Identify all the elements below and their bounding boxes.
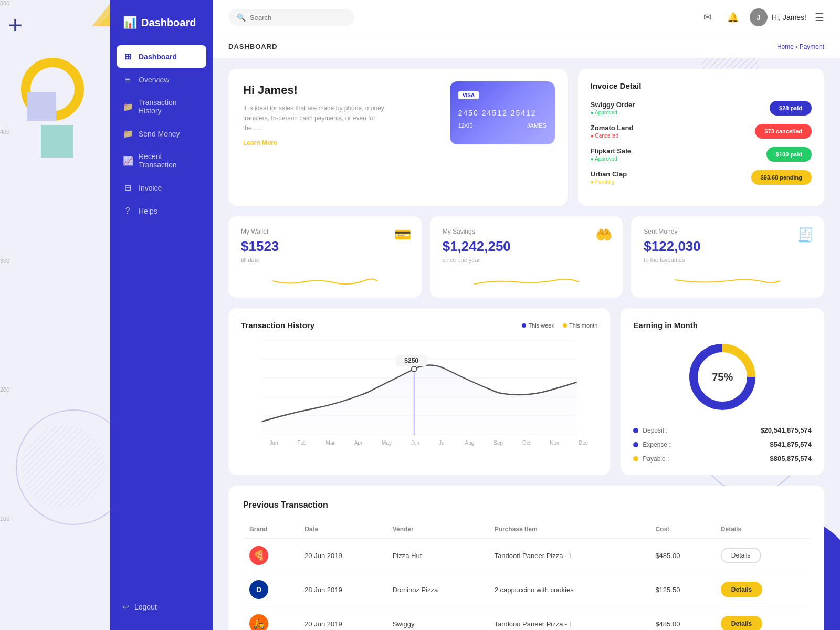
sidebar-item-label: Overview	[139, 76, 169, 84]
donut-wrap: 75%	[686, 340, 759, 414]
hamburger-menu-icon[interactable]: ☰	[815, 11, 824, 24]
main-content: 🔍 ✉ 🔔 J Hi, James! ☰ DASHBOARD Home › Pa…	[213, 0, 840, 630]
earning-card: Earning in Month 75%	[621, 308, 824, 475]
legend-month: This month	[563, 322, 597, 329]
row-cost-2: $485.00	[649, 607, 714, 631]
row-brand-0: 🍕	[243, 539, 298, 573]
invoice-action-btn-3[interactable]: $93.60 pending	[751, 170, 812, 185]
sparkline-wallet	[241, 270, 409, 289]
sidebar-item-overview[interactable]: ≡ Overview	[110, 69, 213, 91]
table-row: 🛵 20 Jun 2019 Swiggy Tandoori Paneer Piz…	[243, 607, 810, 631]
chart-title: Transaction History	[241, 321, 314, 330]
sidebar-item-transaction-history[interactable]: 📁 Transaction History	[110, 92, 213, 121]
chart-wrapper: 500 400 300 200 100 00	[241, 340, 597, 446]
search-bar[interactable]: 🔍	[228, 9, 354, 26]
charts-row: Transaction History This week This month…	[228, 308, 824, 475]
invoice-brand-0: Swiggy Order ● Approved	[591, 101, 635, 116]
invoice-item-2: Flipkart Sale ● Approved $100 paid	[591, 147, 812, 162]
expense-value: $541,875,574	[770, 440, 812, 448]
invoice-action-btn-2[interactable]: $100 paid	[766, 147, 812, 162]
invoice-title: Invoice Detail	[591, 81, 812, 90]
stat-sub-sent: to the favourites	[644, 257, 812, 263]
stat-label-wallet: My Wallet	[241, 228, 409, 235]
send-money-icon: 📁	[123, 129, 132, 139]
sidebar-item-recent-transaction[interactable]: 📈 Recent Transaction	[110, 146, 213, 175]
sidebar-item-send-money[interactable]: 📁 Send Money	[110, 122, 213, 145]
invoice-action-btn-1[interactable]: $73 cancelled	[755, 124, 812, 139]
sidebar-item-helps[interactable]: ? Helps	[110, 200, 213, 222]
logout-icon: ↩	[123, 603, 129, 611]
col-vendor: Vender	[386, 520, 488, 539]
payable-value: $805,875,574	[770, 455, 812, 463]
user-info[interactable]: J Hi, James!	[750, 8, 806, 26]
sent-icon: 🧾	[797, 227, 814, 243]
txn-history-icon: 📁	[123, 102, 132, 112]
top-row: Hi James! It is ideal for sales that are…	[228, 69, 824, 206]
earning-stat-deposit: Deposit : $20,541,875,574	[633, 426, 812, 434]
card-holder: JAMES	[527, 122, 547, 129]
earning-stat-expense: Expense : $541,875,574	[633, 440, 812, 448]
breadcrumb-home: Home	[777, 43, 794, 50]
learn-more-link[interactable]: Learn More	[243, 139, 277, 146]
earning-stats: Deposit : $20,541,875,574 Expense : $541…	[633, 426, 812, 463]
invoice-brand-3: Urban Clap ● Pending	[591, 170, 627, 185]
chart-y-labels: 500 400 300 200 100 00	[0, 0, 16, 630]
table-head: Brand Date Vender Purchase Item Cost Det…	[243, 520, 810, 539]
wallet-icon: 💳	[394, 227, 411, 243]
invoice-status-3: ● Pending	[591, 179, 627, 185]
sidebar-item-dashboard[interactable]: ⊞ Dashboard	[117, 45, 206, 68]
sidebar: 📊 Dashboard ⊞ Dashboard ≡ Overview 📁 Tra…	[110, 0, 213, 630]
table-row: 🍕 20 Jun 2019 Pizza Hut Tandoori Paneer …	[243, 539, 810, 573]
row-cost-0: $485.00	[649, 539, 714, 573]
avatar: J	[750, 8, 768, 26]
invoice-status-1: ● Cancelled	[591, 133, 634, 139]
stats-row: 💳 My Wallet $1523 till date 🤲 My Savings…	[228, 216, 824, 298]
welcome-desc: It is ideal for sales that are made by p…	[243, 103, 390, 134]
sidebar-item-invoice[interactable]: ⊟ Invoice	[110, 176, 213, 199]
txn-chart-card: Transaction History This week This month…	[228, 308, 610, 475]
row-item-2: Tandoori Paneer Pizza - L	[488, 607, 649, 631]
row-vendor-2: Swiggy	[386, 607, 488, 631]
stat-value-sent: $122,030	[644, 238, 812, 255]
invoice-status-2: ● Approved	[591, 156, 631, 162]
col-details: Details	[715, 520, 810, 539]
table-row: D 28 Jun 2019 Dominoz Pizza 2 cappuccino…	[243, 573, 810, 607]
row-details-0: Details	[715, 539, 810, 573]
col-cost: Cost	[649, 520, 714, 539]
stat-card-sent: 🧾 Sent Money $122,030 to the favourites	[631, 216, 824, 298]
sidebar-item-label: Transaction History	[139, 98, 200, 115]
invoice-item-3: Urban Clap ● Pending $93.60 pending	[591, 170, 812, 185]
prev-transactions-table: Brand Date Vender Purchase Item Cost Det…	[243, 520, 810, 630]
stat-value-wallet: $1523	[241, 238, 409, 255]
savings-icon: 🤲	[595, 227, 612, 243]
breadcrumb-sep: ›	[795, 43, 799, 50]
invoice-action-btn-0[interactable]: $28 paid	[770, 101, 812, 116]
chart-header: Transaction History This week This month	[241, 321, 597, 330]
stat-sub-savings: since one year	[443, 257, 611, 263]
logo-text: Dashboard	[141, 17, 196, 29]
legend-dot-yellow	[563, 323, 567, 328]
invoice-status-0: ● Approved	[591, 110, 635, 116]
detail-btn-1[interactable]: Details	[721, 582, 762, 597]
stat-label-savings: My Savings	[443, 228, 611, 235]
svg-text:$250: $250	[404, 357, 418, 364]
overview-icon: ≡	[123, 75, 132, 85]
detail-btn-0[interactable]: Details	[721, 548, 761, 563]
earning-title: Earning in Month	[633, 321, 812, 330]
detail-btn-2[interactable]: Details	[721, 616, 762, 630]
sidebar-logo: 📊 Dashboard	[110, 16, 213, 45]
expense-label: Expense :	[633, 441, 670, 448]
mail-icon[interactable]: ✉	[699, 9, 716, 26]
chart-svg: $250	[241, 340, 597, 435]
breadcrumb-current: Payment	[800, 43, 824, 50]
legend-week: This week	[522, 322, 554, 329]
bell-icon[interactable]: 🔔	[724, 9, 741, 26]
stat-label-sent: Sent Money	[644, 228, 812, 235]
sparkline-savings	[443, 270, 611, 289]
stat-card-wallet: 💳 My Wallet $1523 till date	[228, 216, 422, 298]
search-input[interactable]	[250, 14, 346, 22]
credit-card: VISA 2450 24512 25412 12/05 JAMES	[450, 81, 555, 144]
row-date-2: 20 Jun 2019	[298, 607, 386, 631]
row-item-0: Tandoori Paneer Pizza - L	[488, 539, 649, 573]
logout-button[interactable]: ↩ Logout	[110, 594, 213, 620]
